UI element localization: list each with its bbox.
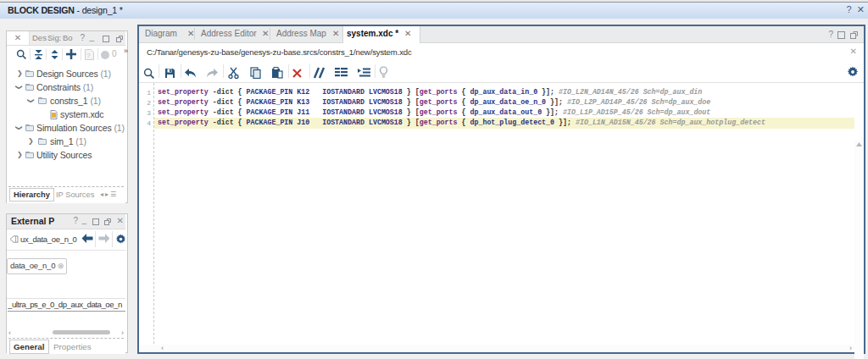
svg-text:?: ? bbox=[86, 52, 91, 59]
